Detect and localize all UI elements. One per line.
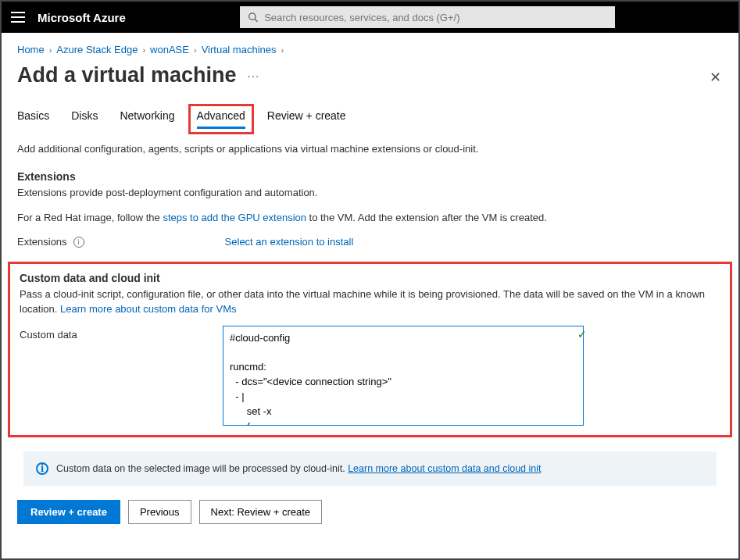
close-icon[interactable]: ✕ [710, 69, 721, 86]
select-extension-link[interactable]: Select an extension to install [225, 236, 354, 248]
breadcrumb-vms[interactable]: Virtual machines [202, 44, 277, 55]
search-icon [248, 12, 258, 23]
breadcrumb: Home › Azure Stack Edge › wonASE › Virtu… [17, 44, 723, 55]
breadcrumb-stack-edge[interactable]: Azure Stack Edge [56, 44, 138, 55]
custom-data-section: Custom data and cloud init Pass a cloud-… [8, 262, 732, 437]
next-button[interactable]: Next: Review + create [199, 500, 323, 524]
breadcrumb-wonase[interactable]: wonASE [150, 44, 189, 55]
tab-networking[interactable]: Networking [120, 109, 174, 129]
chevron-right-icon: › [49, 45, 52, 55]
custom-data-learn-link[interactable]: Learn more about custom data for VMs [60, 303, 236, 315]
custom-data-textarea[interactable] [223, 326, 584, 426]
page-title: Add a virtual machine [17, 63, 237, 87]
info-banner: i Custom data on the selected image will… [23, 451, 717, 486]
intro-text: Add additional configuration, agents, sc… [17, 143, 723, 155]
tab-review[interactable]: Review + create [267, 109, 346, 129]
custom-desc: Pass a cloud-init script, configuration … [20, 287, 720, 316]
custom-data-label: Custom data [20, 326, 213, 341]
chevron-right-icon: › [142, 45, 145, 55]
tab-bar: Basics Disks Networking Advanced Review … [17, 109, 723, 129]
brand-label: Microsoft Azure [38, 11, 126, 24]
search-input[interactable] [264, 12, 607, 23]
extensions-redhat: For a Red Hat image, follow the steps to… [17, 211, 723, 225]
custom-heading: Custom data and cloud init [20, 272, 720, 284]
breadcrumb-home[interactable]: Home [17, 44, 45, 55]
extensions-desc: Extensions provide post-deployment confi… [17, 186, 723, 200]
gpu-extension-link[interactable]: steps to add the GPU extension [163, 212, 306, 223]
tab-basics[interactable]: Basics [17, 109, 49, 129]
chevron-right-icon: › [194, 45, 197, 55]
info-icon: i [36, 462, 48, 475]
more-actions-icon[interactable]: ··· [248, 69, 260, 82]
extensions-label: Extensions [17, 236, 67, 248]
chevron-right-icon: › [281, 45, 284, 55]
menu-icon[interactable] [11, 12, 25, 23]
info-icon[interactable]: i [73, 237, 84, 248]
tab-advanced[interactable]: Advanced [197, 109, 245, 129]
svg-line-1 [255, 20, 257, 22]
global-search[interactable] [240, 6, 615, 28]
previous-button[interactable]: Previous [128, 500, 191, 524]
svg-point-0 [248, 13, 255, 20]
extensions-heading: Extensions [17, 170, 723, 183]
review-create-button[interactable]: Review + create [17, 500, 120, 524]
tab-disks[interactable]: Disks [71, 109, 98, 129]
banner-learn-link[interactable]: Learn more about custom data and cloud i… [348, 463, 541, 474]
